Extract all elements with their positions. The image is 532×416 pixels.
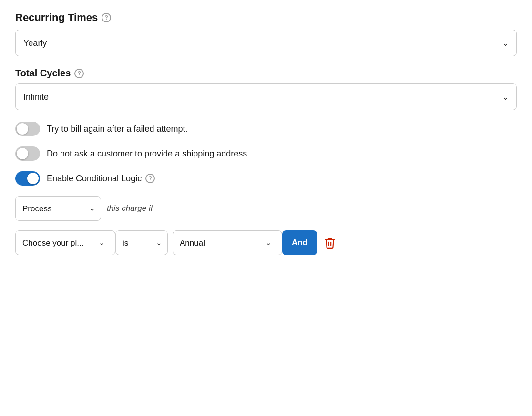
toggle-logic-track (15, 171, 40, 186)
condition-field-select[interactable]: Choose your pl... Annual Plan Monthly Pl… (15, 230, 115, 255)
and-button[interactable]: And (282, 230, 317, 255)
trash-icon (324, 237, 336, 249)
toggle-shipping-label: Do not ask a customer to provide a shipp… (47, 149, 249, 159)
toggle-bill-row: Try to bill again after a failed attempt… (15, 122, 517, 136)
toggle-shipping-switch[interactable] (15, 146, 40, 161)
total-cycles-section: Total Cycles ? Infinite 1 2 3 6 12 ⌄ (15, 68, 517, 110)
condition-operator-select[interactable]: is is not (115, 230, 168, 255)
recurring-times-section: Recurring Times ? Yearly Monthly Weekly … (15, 11, 517, 56)
total-cycles-label: Total Cycles (15, 68, 71, 79)
process-select[interactable]: Process Skip (15, 196, 101, 221)
total-cycles-help-icon[interactable]: ? (74, 69, 84, 78)
recurring-times-help-icon[interactable]: ? (102, 13, 111, 22)
recurring-times-label: Recurring Times (15, 11, 98, 24)
toggle-bill-switch[interactable] (15, 122, 40, 136)
total-cycles-title-row: Total Cycles ? (15, 68, 517, 79)
conditional-logic-row: Process Skip ⌄ this charge if (15, 196, 517, 221)
delete-condition-button[interactable] (322, 235, 338, 251)
total-cycles-select-wrapper: Infinite 1 2 3 6 12 ⌄ (15, 83, 517, 110)
total-cycles-select[interactable]: Infinite 1 2 3 6 12 (15, 83, 517, 110)
condition-value-select[interactable]: Annual Monthly Weekly (173, 230, 282, 255)
toggle-logic-row: Enable Conditional Logic ? (15, 171, 517, 186)
condition-value-wrapper: Annual Monthly Weekly ⌄ (173, 230, 277, 255)
toggle-logic-text: Enable Conditional Logic (47, 174, 142, 184)
toggle-shipping-row: Do not ask a customer to provide a shipp… (15, 146, 517, 161)
toggle-bill-track (15, 122, 40, 136)
toggle-bill-label: Try to bill again after a failed attempt… (47, 124, 187, 134)
toggle-logic-help-icon[interactable]: ? (145, 174, 155, 183)
condition-row: Choose your pl... Annual Plan Monthly Pl… (15, 230, 517, 255)
recurring-times-title: Recurring Times ? (15, 11, 517, 24)
toggle-logic-switch[interactable] (15, 171, 40, 186)
condition-operator-wrapper: is is not ⌄ (115, 230, 168, 255)
recurring-times-select[interactable]: Yearly Monthly Weekly Daily (15, 30, 517, 56)
toggle-shipping-track (15, 146, 40, 161)
condition-field-wrapper: Choose your pl... Annual Plan Monthly Pl… (15, 230, 111, 255)
process-select-wrapper: Process Skip ⌄ (15, 196, 101, 221)
charge-if-text: this charge if (107, 204, 153, 213)
toggle-logic-label: Enable Conditional Logic ? (47, 174, 155, 184)
recurring-times-select-wrapper: Yearly Monthly Weekly Daily ⌄ (15, 30, 517, 56)
